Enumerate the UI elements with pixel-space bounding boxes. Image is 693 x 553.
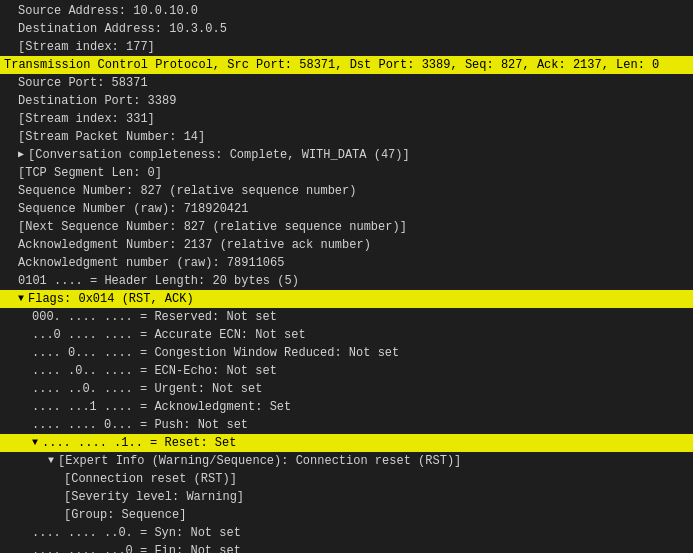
packet-line: .... 0... .... = Congestion Window Reduc… xyxy=(0,344,693,362)
line-text: .... .... ..0. = Syn: Not set xyxy=(32,525,689,541)
line-text: .... .... ...0 = Fin: Not set xyxy=(32,543,689,553)
packet-line: .... ...1 .... = Acknowledgment: Set xyxy=(0,398,693,416)
line-text: .... .0.. .... = ECN-Echo: Not set xyxy=(32,363,689,379)
line-text: [Stream index: 331] xyxy=(18,111,689,127)
packet-line: Sequence Number (raw): 718920421 xyxy=(0,200,693,218)
packet-line: .... .... ..0. = Syn: Not set xyxy=(0,524,693,542)
line-text: .... ...1 .... = Acknowledgment: Set xyxy=(32,399,689,415)
line-text: ...0 .... .... = Accurate ECN: Not set xyxy=(32,327,689,343)
packet-line: Acknowledgment number (raw): 78911065 xyxy=(0,254,693,272)
packet-line: Acknowledgment Number: 2137 (relative ac… xyxy=(0,236,693,254)
line-text: Source Address: 10.0.10.0 xyxy=(18,3,689,19)
line-text: Sequence Number (raw): 718920421 xyxy=(18,201,689,217)
line-text: [Severity level: Warning] xyxy=(64,489,689,505)
line-text: .... .... 0... = Push: Not set xyxy=(32,417,689,433)
packet-line: [Stream index: 331] xyxy=(0,110,693,128)
packet-line: .... .0.. .... = ECN-Echo: Not set xyxy=(0,362,693,380)
line-text: 000. .... .... = Reserved: Not set xyxy=(32,309,689,325)
packet-line: Destination Port: 3389 xyxy=(0,92,693,110)
line-text: [Stream index: 177] xyxy=(18,39,689,55)
packet-line[interactable]: .... .... .1.. = Reset: Set xyxy=(0,434,693,452)
packet-detail: Source Address: 10.0.10.0Destination Add… xyxy=(0,0,693,553)
packet-line: [Stream Packet Number: 14] xyxy=(0,128,693,146)
line-text: Destination Address: 10.3.0.5 xyxy=(18,21,689,37)
packet-line: .... ..0. .... = Urgent: Not set xyxy=(0,380,693,398)
line-text: [Next Sequence Number: 827 (relative seq… xyxy=(18,219,689,235)
line-text: Destination Port: 3389 xyxy=(18,93,689,109)
line-text: [Expert Info (Warning/Sequence): Connect… xyxy=(58,453,689,469)
line-text: .... ..0. .... = Urgent: Not set xyxy=(32,381,689,397)
packet-line[interactable]: [Expert Info (Warning/Sequence): Connect… xyxy=(0,452,693,470)
packet-line: [Stream index: 177] xyxy=(0,38,693,56)
packet-line: [TCP Segment Len: 0] xyxy=(0,164,693,182)
line-text: [TCP Segment Len: 0] xyxy=(18,165,689,181)
line-text: 0101 .... = Header Length: 20 bytes (5) xyxy=(18,273,689,289)
line-text: [Connection reset (RST)] xyxy=(64,471,689,487)
packet-line: ...0 .... .... = Accurate ECN: Not set xyxy=(0,326,693,344)
line-text: Source Port: 58371 xyxy=(18,75,689,91)
packet-line: .... .... 0... = Push: Not set xyxy=(0,416,693,434)
packet-line: Destination Address: 10.3.0.5 xyxy=(0,20,693,38)
expand-arrow[interactable] xyxy=(48,453,54,469)
packet-line: Transmission Control Protocol, Src Port:… xyxy=(0,56,693,74)
line-text: .... 0... .... = Congestion Window Reduc… xyxy=(32,345,689,361)
line-text: Transmission Control Protocol, Src Port:… xyxy=(4,57,689,73)
line-text: Acknowledgment number (raw): 78911065 xyxy=(18,255,689,271)
packet-line: Source Address: 10.0.10.0 xyxy=(0,2,693,20)
line-text: [Group: Sequence] xyxy=(64,507,689,523)
packet-line: [Connection reset (RST)] xyxy=(0,470,693,488)
expand-arrow[interactable] xyxy=(32,435,38,451)
line-text: [Conversation completeness: Complete, WI… xyxy=(28,147,689,163)
packet-line: Sequence Number: 827 (relative sequence … xyxy=(0,182,693,200)
packet-line: [Group: Sequence] xyxy=(0,506,693,524)
line-text: Flags: 0x014 (RST, ACK) xyxy=(28,291,689,307)
packet-line[interactable]: [Conversation completeness: Complete, WI… xyxy=(0,146,693,164)
packet-line[interactable]: Flags: 0x014 (RST, ACK) xyxy=(0,290,693,308)
packet-line: Source Port: 58371 xyxy=(0,74,693,92)
line-text: Acknowledgment Number: 2137 (relative ac… xyxy=(18,237,689,253)
packet-line: [Next Sequence Number: 827 (relative seq… xyxy=(0,218,693,236)
packet-line: [Severity level: Warning] xyxy=(0,488,693,506)
packet-line: 000. .... .... = Reserved: Not set xyxy=(0,308,693,326)
line-text: [Stream Packet Number: 14] xyxy=(18,129,689,145)
expand-arrow[interactable] xyxy=(18,291,24,307)
line-text: Sequence Number: 827 (relative sequence … xyxy=(18,183,689,199)
packet-line: .... .... ...0 = Fin: Not set xyxy=(0,542,693,553)
expand-arrow[interactable] xyxy=(18,147,24,163)
line-text: .... .... .1.. = Reset: Set xyxy=(42,435,689,451)
packet-line: 0101 .... = Header Length: 20 bytes (5) xyxy=(0,272,693,290)
